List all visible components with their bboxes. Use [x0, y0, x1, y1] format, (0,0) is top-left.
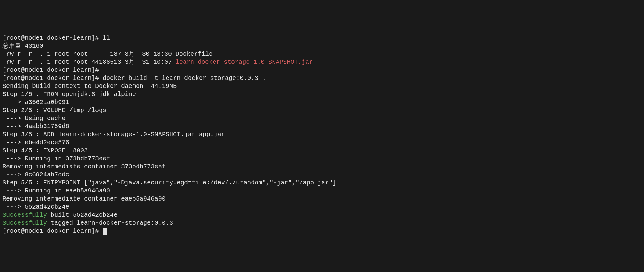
terminal-line: Step 1/5 : FROM openjdk:8-jdk-alpine [2, 90, 642, 98]
terminal-text-segment: -rw-r--r--. 1 root root 44188513 3月 31 1… [2, 58, 176, 66]
terminal-text-segment: ---> a3562aa0b991 [2, 99, 69, 106]
terminal-text-segment: ---> 4aabb31759d8 [2, 123, 69, 130]
terminal-text-segment: Step 5/5 : ENTRYPOINT ["java","-Djava.se… [2, 179, 336, 186]
terminal-text-segment: Step 1/5 : FROM openjdk:8-jdk-alpine [2, 91, 136, 98]
terminal-text-segment: Step 3/5 : ADD learn-docker-storage-1.0-… [2, 131, 225, 138]
terminal-text-segment: ---> 552ad42cb24e [2, 203, 69, 210]
terminal-text-segment: ---> Running in 373bdb773eef [2, 155, 110, 162]
terminal-text-segment: ---> 8c6924ab7ddc [2, 171, 69, 178]
terminal-line: ---> 4aabb31759d8 [2, 123, 642, 131]
terminal-line: Step 4/5 : EXPOSE 8003 [2, 147, 642, 155]
terminal-line: Step 2/5 : VOLUME /tmp /logs [2, 106, 642, 114]
terminal-line: ---> a3562aa0b991 [2, 98, 642, 106]
terminal-text-segment: learn-docker-storage-1.0-SNAPSHOT.jar [176, 58, 313, 66]
terminal-text-segment: Removing intermediate container eaeb5a94… [2, 195, 166, 202]
terminal-text-segment: Successfully [2, 211, 47, 218]
terminal-text-segment: ---> Running in eaeb5a946a90 [2, 187, 110, 194]
terminal-line: Step 5/5 : ENTRYPOINT ["java","-Djava.se… [2, 179, 642, 187]
terminal-text-segment: Sending build context to Docker daemon 4… [2, 83, 177, 90]
terminal-line: ---> Running in 373bdb773eef [2, 155, 642, 163]
terminal-text-segment: -rw-r--r--. 1 root root 187 3月 30 18:30 … [2, 50, 213, 58]
terminal-text-segment: ---> Using cache [2, 115, 66, 122]
terminal-text-segment: [root@node1 docker-learn]# [2, 67, 103, 74]
terminal-line: [root@node1 docker-learn]# docker build … [2, 74, 642, 82]
terminal-text-segment: [root@node1 docker-learn]# [2, 227, 103, 235]
terminal-line: 总用量 43160 [2, 42, 642, 50]
terminal-line: [root@node1 docker-learn]# [2, 66, 642, 74]
terminal-text-segment: built 552ad42cb24e [47, 211, 117, 218]
terminal-line: Removing intermediate container eaeb5a94… [2, 195, 642, 203]
terminal-line: ---> Using cache [2, 114, 642, 123]
terminal-line: ---> ebe4d2ece576 [2, 139, 642, 147]
terminal-line: ---> 552ad42cb24e [2, 203, 642, 211]
terminal-text-segment: [root@node1 docker-learn]# docker build … [2, 75, 266, 82]
terminal-text-segment: Step 4/5 : EXPOSE 8003 [2, 147, 88, 154]
terminal-line: [root@node1 docker-learn]# ll [2, 34, 642, 42]
terminal-line: Removing intermediate container 373bdb77… [2, 163, 642, 171]
cursor-icon [103, 228, 107, 235]
terminal-text-segment: Successfully [2, 219, 47, 227]
terminal-line: -rw-r--r--. 1 root root 187 3月 30 18:30 … [2, 50, 642, 58]
terminal-text-segment: [root@node1 docker-learn]# ll [2, 34, 110, 41]
terminal-line: Successfully built 552ad42cb24e [2, 211, 642, 219]
terminal-text-segment: Removing intermediate container 373bdb77… [2, 163, 166, 170]
terminal-text-segment: tagged learn-docker-storage:0.0.3 [47, 219, 173, 227]
terminal-text-segment: Step 2/5 : VOLUME /tmp /logs [2, 107, 106, 114]
terminal-output[interactable]: [root@node1 docker-learn]# ll总用量 43160-r… [2, 34, 642, 235]
terminal-line: Successfully tagged learn-docker-storage… [2, 219, 642, 227]
terminal-text-segment: 总用量 43160 [2, 42, 43, 50]
terminal-line: -rw-r--r--. 1 root root 44188513 3月 31 1… [2, 58, 642, 66]
terminal-line: Sending build context to Docker daemon 4… [2, 82, 642, 90]
terminal-line: ---> 8c6924ab7ddc [2, 171, 642, 179]
terminal-line: ---> Running in eaeb5a946a90 [2, 187, 642, 195]
terminal-text-segment: ---> ebe4d2ece576 [2, 139, 69, 146]
terminal-line: Step 3/5 : ADD learn-docker-storage-1.0-… [2, 131, 642, 139]
terminal-line: [root@node1 docker-learn]# [2, 227, 642, 235]
